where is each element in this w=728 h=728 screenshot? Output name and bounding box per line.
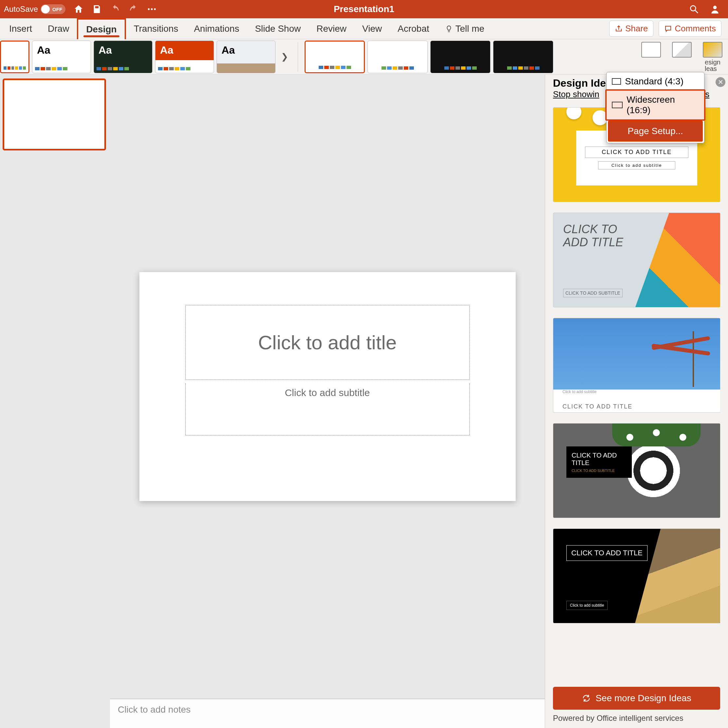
share-button[interactable]: Share	[609, 21, 653, 37]
tab-slide-show[interactable]: Slide Show	[247, 18, 308, 39]
svg-point-2	[154, 8, 156, 10]
design-ideas-pane: ✕ Design Idea Stop showin ions CLICK TO …	[545, 75, 728, 728]
format-background-button[interactable]	[668, 42, 696, 58]
tell-me-label: Tell me	[455, 23, 484, 34]
tab-view[interactable]: View	[354, 18, 390, 39]
design-ideas-list: CLICK TO ADD TITLE Click to add subtitle…	[553, 107, 720, 682]
slide-size-button[interactable]	[637, 42, 665, 58]
svg-point-3	[690, 6, 696, 11]
idea-title: CLICK TO ADD TITLE	[585, 147, 688, 158]
tab-design[interactable]: Design	[77, 18, 126, 39]
slide-size-page-setup[interactable]: Page Setup...	[608, 121, 703, 142]
title-placeholder[interactable]: Click to add title	[185, 305, 470, 380]
idea-title: CLICK TO ADD TITLE	[563, 223, 623, 249]
bulb-icon	[445, 25, 453, 33]
theme-thumb[interactable]: Aa	[155, 41, 214, 73]
ribbon-tabs: Insert Draw Design Transitions Animation…	[0, 18, 728, 39]
idea-subtitle: Click to add subtitle	[562, 390, 720, 394]
variant-gallery	[305, 41, 553, 73]
idea-title: CLICK TO ADD TITLE	[566, 545, 648, 561]
theme-thumb[interactable]: Aa	[93, 41, 152, 73]
tab-insert[interactable]: Insert	[1, 18, 40, 39]
more-icon[interactable]	[147, 4, 157, 14]
save-icon[interactable]	[92, 4, 102, 14]
autosave-switch[interactable]: OFF	[41, 4, 66, 14]
variant-thumb[interactable]	[430, 41, 490, 73]
notes-pane[interactable]: Click to add notes	[110, 699, 545, 728]
variant-thumb[interactable]	[493, 41, 553, 73]
designer-icon	[703, 42, 722, 58]
variant-thumb[interactable]	[305, 41, 365, 73]
themes-more-button[interactable]: ❯	[278, 41, 291, 73]
autosave-state: OFF	[52, 6, 62, 12]
idea-subtitle: CLICK TO ADD SUBTITLE	[563, 289, 623, 297]
share-icon	[615, 25, 623, 33]
ribbon-design: Aa Aa Aa Aa ❯ esign leas	[0, 39, 728, 75]
see-more-design-ideas-button[interactable]: See more Design Ideas	[553, 687, 720, 710]
slide-canvas[interactable]: Click to add title Click to add subtitle	[139, 272, 516, 501]
idea-subtitle: Click to add subtitle	[598, 161, 676, 170]
comment-icon	[664, 25, 672, 33]
slide-size-dropdown: Standard (4:3) Widescreen (16:9) Page Se…	[606, 72, 705, 143]
svg-point-1	[151, 8, 152, 10]
design-idea[interactable]: Click to add subtitle CLICK TO ADD TITLE	[553, 318, 720, 413]
theme-thumb[interactable]: Aa	[217, 41, 276, 73]
svg-point-0	[148, 8, 150, 10]
idea-subtitle: Click to add subtitle	[566, 601, 608, 610]
slide-thumbnail[interactable]	[3, 78, 106, 150]
redo-icon[interactable]	[128, 4, 139, 14]
svg-point-5	[713, 6, 717, 9]
design-ideas-label: esign leas	[705, 59, 720, 72]
theme-thumb[interactable]: Aa	[32, 41, 91, 73]
format-background-icon	[672, 42, 692, 58]
tab-animations[interactable]: Animations	[186, 18, 247, 39]
slide-size-widescreen[interactable]: Widescreen (16:9)	[605, 89, 705, 121]
idea-title: CLICK TO ADD TITLE	[572, 452, 627, 467]
design-ideas-button[interactable]: esign leas	[699, 42, 727, 72]
slide-editor: Click to add title Click to add subtitle…	[110, 75, 545, 728]
autosave-label: AutoSave	[4, 5, 38, 14]
subtitle-placeholder[interactable]: Click to add subtitle	[185, 383, 470, 436]
undo-icon[interactable]	[110, 4, 120, 14]
design-idea[interactable]: CLICK TO ADD TITLE CLICK TO ADD SUBTITLE	[553, 213, 720, 307]
titlebar: AutoSave OFF Presentation1	[0, 0, 728, 18]
tab-tell-me[interactable]: Tell me	[437, 18, 492, 39]
divider	[298, 42, 298, 72]
tab-draw[interactable]: Draw	[40, 18, 77, 39]
autosave-toggle[interactable]: AutoSave OFF	[4, 4, 66, 14]
variant-thumb[interactable]	[368, 41, 428, 73]
widescreen-ratio-icon	[612, 102, 623, 108]
powered-by-text: Powered by Office intelligent services	[553, 714, 720, 723]
slide-size-standard[interactable]: Standard (4:3)	[607, 72, 704, 90]
refresh-icon	[582, 694, 591, 703]
slide-thumbnail-panel	[0, 75, 110, 728]
idea-title: CLICK TO ADD TITLE	[562, 403, 720, 410]
close-pane-button[interactable]: ✕	[716, 77, 725, 87]
design-idea[interactable]: CLICK TO ADD TITLE Click to add subtitle	[553, 529, 720, 623]
standard-ratio-icon	[612, 78, 621, 85]
idea-subtitle: CLICK TO ADD SUBTITLE	[572, 469, 627, 473]
search-icon[interactable]	[689, 4, 699, 14]
document-title: Presentation1	[334, 4, 394, 14]
tab-acrobat[interactable]: Acrobat	[390, 18, 437, 39]
account-icon[interactable]	[710, 4, 720, 14]
home-icon[interactable]	[73, 4, 84, 14]
design-idea[interactable]: CLICK TO ADD TITLE CLICK TO ADD SUBTITLE	[553, 423, 720, 518]
tab-review[interactable]: Review	[308, 18, 354, 39]
svg-line-4	[695, 11, 698, 13]
tab-transitions[interactable]: Transitions	[126, 18, 186, 39]
comments-button[interactable]: Comments	[659, 21, 722, 37]
theme-gallery: Aa Aa Aa Aa ❯	[0, 41, 291, 73]
slide-size-icon	[641, 42, 661, 58]
theme-thumb[interactable]	[0, 41, 29, 73]
